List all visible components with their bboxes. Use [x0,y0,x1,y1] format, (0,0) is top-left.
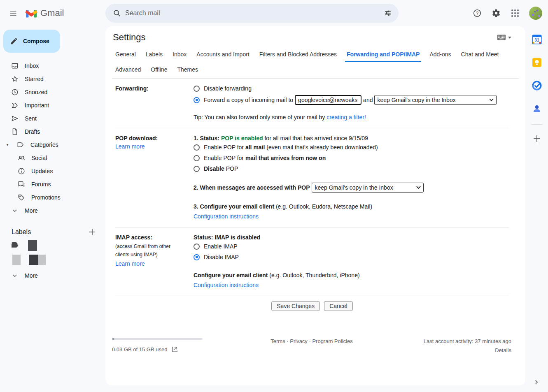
tasks-app-button[interactable] [529,77,545,94]
sidebar-item-snoozed[interactable]: Snoozed [0,86,105,99]
forward-action-select[interactable]: keep Gmail's copy in the Inbox [374,95,497,105]
tab-inbox[interactable]: Inbox [169,47,190,62]
sidebar-item-sent[interactable]: Sent [0,112,105,125]
tasks-icon [532,80,542,91]
forward-address-select[interactable]: googlevoice@newoaks.a [295,95,361,105]
support-button[interactable]: ? [469,5,485,21]
info-icon [17,167,26,175]
calendar-app-button[interactable]: 31 [529,31,545,48]
storage-text: 0.03 GB of 15 GB used [112,346,167,353]
label-item[interactable] [0,253,105,267]
label-item[interactable] [0,239,105,253]
get-add-ons-button[interactable] [529,130,545,147]
main-menu-button[interactable] [5,5,21,21]
google-apps-button[interactable] [507,5,523,21]
chat-icon [17,180,26,188]
imap-enable-option[interactable]: Enable IMAP [194,242,509,251]
tab-chat-and-meet[interactable]: Chat and Meet [458,47,502,62]
radio-unchecked-icon [194,155,200,161]
star-icon [11,75,19,83]
pop-configuration-instructions-link[interactable]: Configuration instructions [194,212,259,220]
settings-sections: Forwarding: Disable forwarding Forward a… [115,79,509,315]
cancel-button[interactable]: Cancel [324,301,353,311]
sidebar-item-social[interactable]: Social [0,151,105,165]
topbar: Gmail [0,0,548,26]
sidebar-item-forums[interactable]: Forums [0,178,105,191]
pop-disable-option[interactable]: Disable POP [194,165,509,173]
label-icon-redacted [12,255,21,265]
clock-icon [11,88,19,96]
tab-offline[interactable]: Offline [147,62,170,77]
sidebar-item-drafts[interactable]: Drafts [0,125,105,138]
search-bar[interactable] [105,4,399,23]
chevron-down-icon [11,206,19,215]
tune-icon [384,9,392,17]
tab-general[interactable]: General [112,47,139,62]
search-options-button[interactable] [380,5,396,21]
details-link[interactable]: Details [378,347,511,353]
keep-icon [532,57,542,68]
categories-expand-icon[interactable]: ▾ [4,143,11,147]
settings-button[interactable] [488,5,504,21]
account-avatar[interactable] [529,7,542,20]
show-side-panel-button[interactable] [532,377,541,387]
pop-action-select[interactable]: keep Gmail's copy in the Inbox [312,183,424,193]
topbar-right: ? [469,5,548,21]
sidebar-item-label: Social [31,155,47,161]
external-link-icon[interactable] [171,346,177,353]
radio-checked-icon [194,97,200,103]
imap-learn-more-link[interactable]: Learn more [115,260,145,267]
label-tag-icon [12,242,19,249]
gmail-logo[interactable]: Gmail [25,8,64,19]
search-icon [113,9,121,17]
radio-unchecked-icon [194,166,200,172]
draft-icon [11,128,19,136]
pop-status-value: POP is enabled [221,135,263,141]
creating-filter-link[interactable]: creating a filter! [326,114,366,121]
pop-configure-line: 3. Configure your email client (e.g. Out… [194,202,509,211]
sidebar-item-label: Starred [25,76,44,82]
hamburger-icon [9,9,17,17]
last-activity-text: Last account activity: 37 minutes ago [424,338,511,344]
tab-advanced[interactable]: Advanced [112,62,144,77]
forwarding-tip: Tip: You can also forward only some of y… [194,114,326,121]
sidebar-item-updates[interactable]: Updates [0,165,105,178]
input-tools-selector[interactable] [497,34,511,41]
sidebar-item-starred[interactable]: Starred [0,72,105,86]
important-marker-icon [11,101,19,109]
disable-forwarding-option[interactable]: Disable forwarding [194,84,509,93]
tab-add-ons[interactable]: Add-ons [426,47,454,62]
pop-enable-all-option[interactable]: Enable POP for all mail (even mail that'… [194,143,509,151]
labels-more[interactable]: More [0,269,105,282]
search-input[interactable] [125,9,380,17]
contacts-app-button[interactable] [529,100,545,117]
label-name-redacted [28,240,37,251]
calendar-icon: 31 [532,34,542,45]
keep-app-button[interactable] [529,54,545,71]
sidebar-item-categories[interactable]: ▾ Categories [0,138,105,151]
tab-filters-and-blocked-addresses[interactable]: Filters and Blocked Addresses [256,47,340,62]
tab-themes[interactable]: Themes [174,62,202,77]
imap-disable-option[interactable]: Disable IMAP [194,253,509,261]
footer-links[interactable]: Terms · Privacy · Program Policies [245,336,378,353]
sidebar-item-label: Forums [31,181,51,188]
pop-learn-more-link[interactable]: Learn more [115,143,145,150]
tab-accounts-and-import[interactable]: Accounts and Import [193,47,252,62]
gmail-app: Gmail [0,0,548,392]
sidebar-item-more[interactable]: More [0,204,105,217]
compose-button[interactable]: Compose [3,30,60,53]
forward-copy-option[interactable]: Forward a copy of incoming mail to googl… [194,95,509,105]
labels-title: Labels [12,228,31,236]
search-button[interactable] [109,5,125,21]
sidebar-item-important[interactable]: Important [0,99,105,112]
create-label-button[interactable] [88,228,96,236]
tab-forwarding-and-pop-imap[interactable]: Forwarding and POP/IMAP [343,47,423,62]
imap-configuration-instructions-link[interactable]: Configuration instructions [194,281,259,289]
radio-unchecked-icon [194,244,200,250]
sidebar-item-inbox[interactable]: Inbox [0,59,105,72]
sidebar-item-promotions[interactable]: Promotions [0,191,105,204]
save-changes-button[interactable]: Save Changes [271,301,320,311]
forwarding-section: Forwarding: Disable forwarding Forward a… [115,79,509,128]
tab-labels[interactable]: Labels [142,47,166,62]
pop-enable-now-option[interactable]: Enable POP for mail that arrives from no… [194,154,509,162]
